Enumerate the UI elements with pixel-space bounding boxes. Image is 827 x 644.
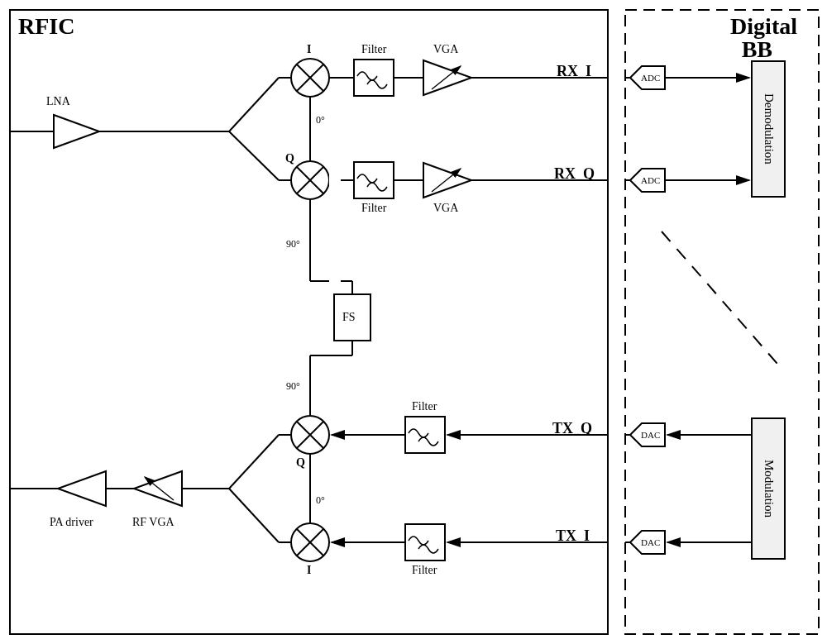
rx-q-phase: 90°: [286, 238, 300, 250]
tx-i-mixer-label: I: [307, 564, 311, 577]
tx-i-dac-label: DAC: [641, 537, 660, 547]
rx-i-mixer-label: I: [307, 43, 311, 56]
pa-driver: [58, 471, 106, 506]
svg-rect-19: [405, 417, 445, 453]
mod-label: Modulation: [762, 460, 776, 518]
svg-line-9: [432, 169, 461, 192]
tx-q-mixer: [291, 416, 329, 454]
rx-q-mixer: [291, 161, 329, 199]
rx-q-adc-label: ADC: [641, 175, 660, 185]
rfic-title: RFIC: [18, 13, 74, 40]
rx-q-filter: [354, 162, 394, 198]
bb-title2: BB: [742, 36, 772, 63]
fs-label: FS: [342, 311, 356, 324]
tx-comb-dn: [229, 489, 279, 542]
rx-q-filter-label: Filter: [361, 202, 386, 215]
tx-q-filter: [405, 417, 445, 453]
rx-q-signal: RX_Q: [554, 165, 595, 183]
demod-label: Demodulation: [762, 93, 776, 165]
tx-comb-up: [229, 435, 279, 489]
tx-i-filter-label: Filter: [412, 564, 437, 577]
rx-split-down: [229, 131, 279, 180]
svg-line-7: [432, 66, 461, 89]
svg-rect-20: [405, 524, 445, 561]
rx-q-mixer-label: Q: [285, 152, 294, 165]
tx-i-filter: [405, 524, 445, 561]
tx-i-mixer: [291, 523, 329, 561]
tx-q-dac-label: DAC: [641, 430, 660, 440]
rx-i-vga: [423, 60, 471, 95]
tx-q-mixer-label: Q: [296, 456, 305, 470]
svg-rect-6: [354, 60, 394, 96]
tx-q-filter-label: Filter: [412, 400, 437, 413]
rf-vga-label: RF VGA: [132, 516, 174, 529]
bb-separator: [662, 231, 777, 364]
rx-i-signal: RX_I: [557, 63, 591, 80]
tx-i-signal: TX_I: [556, 527, 590, 545]
svg-rect-8: [354, 162, 394, 198]
rx-i-filter-label: Filter: [361, 43, 386, 56]
pa-driver-label: PA driver: [50, 516, 93, 529]
rx-i-vga-label: VGA: [433, 43, 458, 56]
rf-vga: [134, 471, 182, 506]
tx-i-phase: 0°: [316, 494, 325, 507]
rx-q-vga: [423, 163, 471, 198]
rx-i-filter: [354, 60, 394, 96]
rx-i-adc-label: ADC: [641, 73, 660, 83]
tx-q-signal: TX_Q: [552, 420, 592, 437]
lna-label: LNA: [46, 95, 70, 108]
tx-q-phase: 90°: [286, 380, 300, 393]
svg-line-21: [145, 477, 174, 500]
lna-amp: [54, 115, 99, 148]
rx-split-up: [229, 78, 279, 131]
svg-rect-12: [329, 95, 341, 285]
rx-q-vga-label: VGA: [433, 202, 458, 215]
rx-i-phase: 0°: [316, 114, 325, 126]
